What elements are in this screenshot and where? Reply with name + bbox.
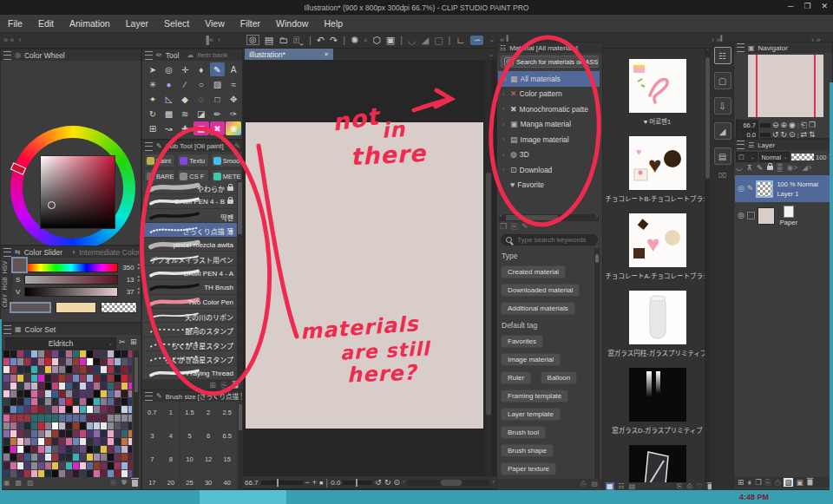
lock-alpha-icon[interactable]: ▒ [777,163,783,172]
color-swatch[interactable] [108,462,114,469]
color-swatch[interactable] [101,398,107,405]
color-swatch[interactable] [52,454,58,461]
color-swatch[interactable] [52,366,58,373]
color-swatch[interactable] [128,383,132,389]
tool-button[interactable]: ◎ [161,62,177,76]
transparent-color-swatch[interactable] [101,302,137,313]
color-swatch[interactable] [24,430,30,437]
color-swatch[interactable] [101,383,107,389]
color-swatch[interactable] [94,398,100,405]
color-swatch[interactable] [52,383,58,389]
combine-layer-icon[interactable]: ⎙ [775,478,781,488]
tool-button[interactable]: ◆ [177,92,193,106]
color-swatch[interactable] [10,415,16,422]
color-swatch[interactable] [66,398,72,405]
color-swatch[interactable] [3,366,10,373]
color-swatch[interactable] [10,350,16,357]
color-swatch[interactable] [31,422,37,429]
color-swatch[interactable] [87,390,93,397]
panel-menu-icon[interactable] [145,392,153,401]
menu-item[interactable]: Layer [118,18,156,29]
color-swatch[interactable] [45,470,51,477]
color-swatch[interactable] [121,390,128,397]
value-slider[interactable] [24,287,118,297]
color-swatch[interactable] [24,390,30,397]
color-swatch[interactable] [101,454,107,461]
view-large-icon[interactable]: ▦ [606,482,614,490]
material-thumbnail[interactable] [629,445,686,482]
color-swatch[interactable] [10,438,16,445]
color-swatch[interactable] [66,462,72,469]
color-swatch[interactable] [59,398,65,405]
tool-button[interactable]: ✏ [210,107,226,121]
color-swatch[interactable] [45,446,51,453]
color-swatch[interactable] [108,446,114,453]
checkbox[interactable] [747,212,755,219]
tool-button[interactable]: ✑ [226,107,241,121]
brush-list-item[interactable]: pincel mezcla awita [143,238,237,252]
color-swatch[interactable] [45,383,51,389]
crop-icon[interactable]: ▣ [386,36,395,45]
brush-size-cell[interactable]: 12 [200,449,219,473]
color-swatch[interactable] [94,470,100,477]
color-swatch[interactable] [115,358,121,365]
material-thumbnail[interactable] [629,291,686,344]
color-swatch[interactable] [31,454,37,461]
color-swatch[interactable] [73,406,79,413]
redo-icon[interactable]: ↷ [330,36,338,45]
saturation-value[interactable]: 13 [121,276,134,284]
default-tag[interactable]: Balloon [541,371,578,384]
color-swatch[interactable] [52,438,58,445]
default-tag[interactable]: Framing template [501,389,568,403]
color-swatch[interactable] [31,398,37,405]
color-swatch[interactable] [17,358,23,365]
color-swatch[interactable] [59,375,65,382]
color-swatch[interactable] [3,398,10,405]
color-swatch[interactable] [87,415,93,422]
color-swatch[interactable] [87,350,93,357]
layer-effect-dropdown[interactable]: ▢⌄ [736,152,758,162]
tool-button[interactable]: ♦ [193,62,209,76]
color-swatch[interactable] [121,454,128,461]
deselect-icon[interactable]: ▫ [364,36,367,45]
nav-flip-v-icon[interactable]: ⇅ [809,131,816,139]
expand-arrow-icon[interactable]: › [502,151,508,159]
tab-intermediate-color[interactable]: Intermediate Color [79,248,140,257]
color-swatch[interactable] [73,415,79,422]
color-swatch[interactable] [31,383,37,389]
tab-list-icon[interactable]: ⌄ [489,51,494,57]
brush-size-cell[interactable]: 3 [143,426,162,449]
color-swatch[interactable] [101,366,107,373]
color-swatch[interactable] [52,422,58,429]
brush-list-scrollbar[interactable] [237,180,243,380]
add-subtool-icon[interactable]: ⊞ [209,382,216,389]
saturation-stepper[interactable]: ▲▼ [137,275,141,284]
color-swatch[interactable] [38,438,44,445]
color-swatch[interactable] [59,406,65,413]
material-tree-item[interactable]: › ⊡ Download [498,162,600,178]
color-swatch[interactable] [108,383,114,389]
material-tree-item[interactable]: › ✖ Monochromatic patte [498,101,600,117]
grid-icon-3[interactable]: ▢ [434,36,443,45]
color-swatch[interactable] [3,350,10,357]
color-swatch[interactable] [87,358,93,365]
color-swatch[interactable] [17,430,23,437]
view-list-icon[interactable]: ▤ [629,482,636,490]
brush-list-item[interactable]: Fraying Thread [143,366,237,380]
color-swatch[interactable] [121,446,128,453]
color-swatch[interactable] [66,446,72,453]
color-swatch[interactable] [17,470,23,477]
canvas-zoom-value[interactable]: 66.7 [245,479,259,487]
rotate-left-icon[interactable]: ↺ [375,479,382,487]
color-swatch[interactable] [59,462,65,469]
new-folder-icon[interactable]: ❒ [755,478,762,487]
color-swatch[interactable] [101,430,107,437]
visibility-eye-icon[interactable]: ◎ [738,212,744,219]
color-swatch[interactable] [108,366,114,373]
color-swatch[interactable] [66,438,72,445]
color-swatch[interactable] [17,415,23,422]
color-swatch[interactable] [121,438,128,445]
color-swatch[interactable] [24,438,30,445]
color-swatch[interactable] [73,462,79,469]
material-item[interactable]: 窓ガラスC-ガラスプリミティブ [603,445,712,482]
